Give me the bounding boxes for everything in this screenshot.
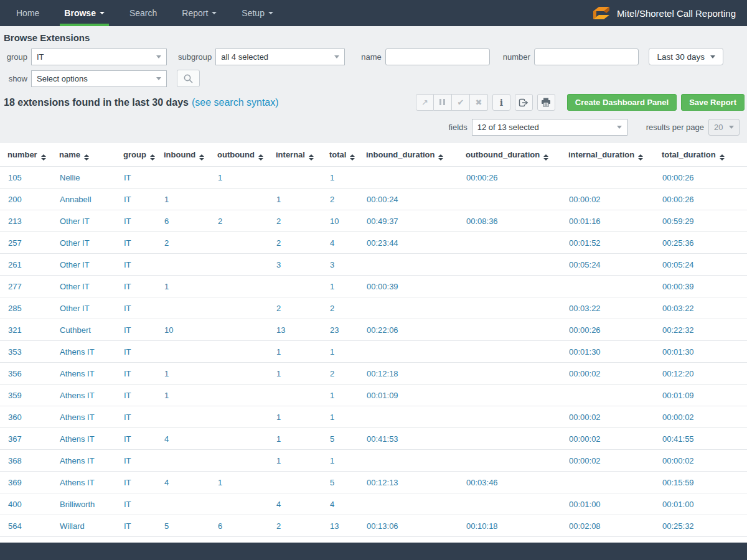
filter-row-2: show Select options (4, 70, 747, 87)
cell-number: 356 (0, 363, 52, 385)
save-report-button[interactable]: Save Report (681, 94, 745, 111)
chevron-down-icon (334, 55, 339, 58)
sort-icon (543, 154, 548, 161)
column-header-total_duration[interactable]: total_duration (654, 143, 747, 167)
apply-button[interactable]: ✔ (452, 94, 470, 111)
number-input[interactable] (534, 49, 639, 65)
cell-name: Brilliworth (52, 493, 116, 515)
cell-internal_duration: 00:00:02 (561, 450, 654, 472)
column-header-outbound_duration[interactable]: outbound_duration (458, 143, 561, 167)
print-button[interactable] (537, 94, 555, 111)
column-header-internal[interactable]: internal (268, 143, 322, 167)
column-header-group[interactable]: group (116, 143, 156, 167)
column-header-label: total_duration (662, 150, 716, 159)
cell-total_duration: 00:12:20 (654, 363, 747, 385)
pause-button[interactable] (434, 94, 452, 111)
cell-internal: 1 (268, 428, 322, 450)
cell-name: Annabell (52, 189, 116, 210)
group-select[interactable]: IT (31, 49, 167, 65)
cell-total_duration: 00:25:36 (654, 232, 747, 254)
results-toolbar: ↗ ✔ ✖ i Create Dashboard Panel (416, 94, 745, 111)
cell-outbound (210, 189, 268, 210)
nav-item-search[interactable]: Search (117, 0, 169, 26)
cell-inbound_duration (359, 341, 458, 363)
cell-inbound_duration (359, 450, 458, 472)
nav-item-home[interactable]: Home (4, 0, 52, 26)
close-icon: ✖ (475, 98, 482, 107)
search-icon (183, 73, 194, 84)
export-button[interactable] (515, 94, 533, 111)
cell-total_duration: 00:59:29 (654, 210, 747, 232)
group-label: group (4, 52, 27, 62)
cell-inbound_duration: 00:12:18 (359, 363, 458, 385)
column-header-internal_duration[interactable]: internal_duration (561, 143, 654, 167)
table-row: 257Other ITIT22400:23:4400:01:5200:25:36 (0, 232, 747, 254)
cell-inbound_duration: 00:00:24 (359, 189, 458, 210)
cell-number: 359 (0, 385, 52, 406)
cell-inbound: 10 (156, 319, 210, 341)
column-header-outbound[interactable]: outbound (210, 143, 268, 167)
nav-item-setup[interactable]: Setup (229, 0, 286, 26)
popout-button[interactable]: ↗ (416, 94, 434, 111)
cell-inbound (156, 167, 210, 189)
column-header-name[interactable]: name (52, 143, 116, 167)
table-row: 200AnnabellIT11200:00:2400:00:0200:00:26 (0, 189, 747, 210)
cell-total_duration: 00:25:32 (654, 515, 747, 537)
search-button[interactable] (177, 70, 200, 87)
column-header-number[interactable]: number (0, 143, 52, 167)
cell-internal (268, 276, 322, 297)
column-header-total[interactable]: total (322, 143, 359, 167)
fields-select-value: 12 of 13 selected (477, 123, 539, 132)
cell-outbound (210, 276, 268, 297)
table-row: 369Athens ITIT41500:12:1300:03:4600:15:5… (0, 472, 747, 493)
date-range-button[interactable]: Last 30 days (649, 48, 723, 65)
cell-internal: 1 (268, 341, 322, 363)
cell-group: IT (116, 428, 156, 450)
cell-group: IT (116, 385, 156, 406)
info-button[interactable]: i (492, 94, 510, 111)
nav-item-label: Search (129, 8, 157, 18)
sort-icon (150, 154, 155, 161)
nav-item-report[interactable]: Report (169, 0, 229, 26)
cell-name: Other IT (52, 276, 116, 297)
cell-outbound_duration (458, 319, 561, 341)
cell-total: 2 (322, 189, 359, 210)
cell-inbound (156, 406, 210, 428)
column-header-label: inbound (164, 150, 195, 159)
cell-total: 5 (322, 428, 359, 450)
cell-total: 4 (322, 232, 359, 254)
sort-icon (84, 154, 89, 161)
cell-outbound_duration (458, 254, 561, 276)
cell-inbound_duration: 00:01:09 (359, 385, 458, 406)
name-input[interactable] (385, 49, 490, 65)
cell-number: 367 (0, 428, 52, 450)
chevron-down-icon (710, 55, 715, 58)
column-header-inbound[interactable]: inbound (156, 143, 210, 167)
cell-total_duration: 00:00:26 (654, 167, 747, 189)
subgroup-select[interactable]: all 4 selected (215, 49, 345, 65)
results-per-page-select[interactable]: 20 (708, 119, 740, 136)
cell-total: 1 (322, 385, 359, 406)
cell-outbound (210, 385, 268, 406)
cell-total: 10 (322, 210, 359, 232)
cancel-button[interactable]: ✖ (470, 94, 488, 111)
search-syntax-link[interactable]: (see search syntax) (192, 97, 279, 108)
cell-inbound_duration: 00:49:37 (359, 210, 458, 232)
cell-internal_duration (561, 472, 654, 493)
table-row: 359Athens ITIT1100:01:0900:01:09 (0, 385, 747, 406)
cell-internal_duration: 00:00:02 (561, 406, 654, 428)
nav-item-browse[interactable]: Browse (52, 0, 117, 26)
cell-outbound_duration (458, 232, 561, 254)
show-select[interactable]: Select options (31, 70, 167, 87)
cell-name: Athens IT (52, 363, 116, 385)
column-header-inbound_duration[interactable]: inbound_duration (359, 143, 458, 167)
cell-internal_duration: 00:00:26 (561, 319, 654, 341)
fields-select[interactable]: 12 of 13 selected (472, 119, 627, 136)
cell-total_duration: 00:01:00 (654, 493, 747, 515)
fields-label: fields (448, 123, 467, 132)
cell-name: Other IT (52, 254, 116, 276)
table-row: 368Athens ITIT1100:00:0200:00:02 (0, 450, 747, 472)
cell-total_duration: 00:00:02 (654, 450, 747, 472)
cell-inbound_duration (359, 493, 458, 515)
create-dashboard-panel-button[interactable]: Create Dashboard Panel (567, 94, 677, 111)
